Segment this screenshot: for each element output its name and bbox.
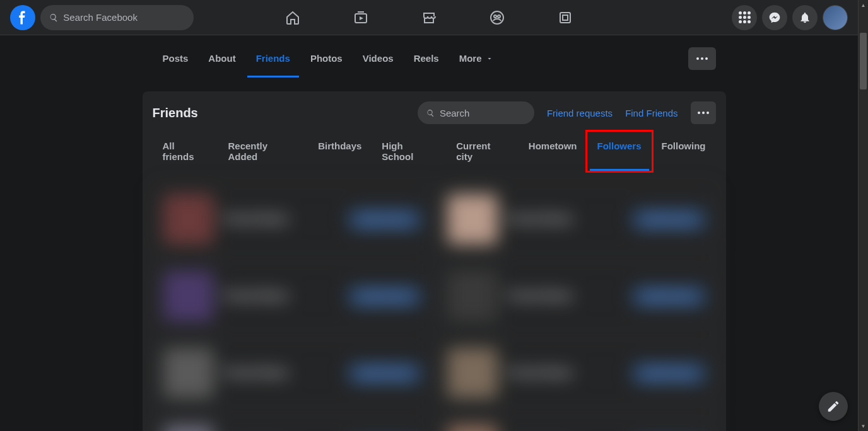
friend-name: Friend Name [508, 290, 622, 302]
grid-icon [739, 11, 751, 23]
compose-icon [826, 399, 840, 413]
friends-more-button[interactable] [691, 101, 716, 124]
tab-videos[interactable]: Videos [353, 40, 404, 78]
friend-avatar [447, 425, 498, 431]
filter-birthdays[interactable]: Birthdays [308, 132, 372, 171]
friend-item[interactable]: Friend Name Add Friend [153, 183, 432, 255]
svg-rect-7 [563, 15, 568, 20]
filter-following[interactable]: Following [652, 132, 716, 171]
marketplace-icon[interactable] [420, 9, 438, 26]
scrollbar-track[interactable] [859, 10, 868, 421]
search-icon [426, 108, 435, 118]
caret-down-icon [486, 55, 493, 62]
friend-name: Friend Name [508, 213, 622, 226]
tab-about[interactable]: About [198, 40, 245, 78]
svg-point-5 [498, 15, 500, 18]
page-content: Posts About Friends Photos Videos Reels … [0, 0, 868, 431]
tab-reels[interactable]: Reels [404, 40, 449, 78]
friends-card-header: Friends Friend requests Find Friends [143, 101, 726, 132]
notifications-button[interactable] [792, 5, 818, 30]
tab-photos[interactable]: Photos [300, 40, 353, 78]
friend-item[interactable]: Friend Name Add Friend [153, 414, 432, 431]
global-search[interactable] [40, 5, 194, 30]
friend-avatar [163, 271, 214, 321]
tab-more[interactable]: More [449, 40, 503, 78]
home-icon[interactable] [284, 9, 302, 26]
friends-grid: Friend Name Add Friend Friend Name Add F… [143, 171, 726, 431]
profile-actions-button[interactable] [688, 47, 716, 70]
friend-action-button[interactable]: Add Friend [348, 363, 421, 384]
watch-icon[interactable] [352, 9, 370, 26]
find-friends-link[interactable]: Find Friends [625, 108, 677, 118]
friend-name: Friend Name [224, 290, 338, 302]
friend-avatar [163, 425, 214, 431]
filter-current-city[interactable]: Current city [446, 132, 519, 171]
friend-requests-link[interactable]: Friend requests [547, 108, 613, 118]
friend-name: Friend Name [224, 213, 338, 226]
friend-item[interactable]: Friend Name Add Friend [437, 414, 716, 431]
account-avatar[interactable] [823, 5, 848, 30]
top-nav [284, 9, 574, 26]
friend-action-button[interactable]: Add Friend [632, 363, 705, 384]
global-search-input[interactable] [63, 12, 185, 23]
friend-action-button[interactable]: Add Friend [632, 209, 705, 230]
filter-recently-added[interactable]: Recently Added [218, 132, 308, 171]
search-icon [49, 13, 58, 23]
friend-avatar [163, 348, 214, 398]
messenger-button[interactable] [762, 5, 787, 30]
groups-icon[interactable] [488, 9, 506, 26]
friends-header-actions: Friend requests Find Friends [418, 101, 716, 124]
scrollbar-up-icon[interactable]: ▲ [859, 0, 868, 10]
filter-followers[interactable]: Followers [585, 130, 654, 173]
filter-high-school[interactable]: High School [372, 132, 446, 171]
friend-action-button[interactable]: Add Friend [348, 286, 421, 307]
facebook-logo[interactable] [10, 5, 35, 30]
top-right-controls [732, 5, 848, 30]
friend-avatar [447, 271, 498, 321]
friends-search-input[interactable] [440, 108, 525, 118]
topbar [0, 0, 858, 35]
os-scrollbar[interactable]: ▲ ▼ [858, 0, 868, 431]
svg-point-4 [494, 15, 496, 18]
friend-item[interactable]: Friend Name Add Friend [437, 337, 716, 409]
friend-item[interactable]: Friend Name Add Friend [437, 260, 716, 332]
friends-title: Friends [153, 106, 198, 120]
tab-posts[interactable]: Posts [153, 40, 199, 78]
friend-avatar [447, 348, 498, 398]
svg-point-3 [491, 11, 503, 24]
scrollbar-down-icon[interactable]: ▼ [859, 421, 868, 431]
friend-avatar [163, 194, 214, 244]
svg-rect-6 [560, 13, 570, 23]
dots-icon [696, 57, 708, 60]
profile-tabs: Posts About Friends Photos Videos Reels … [143, 35, 726, 81]
gaming-icon[interactable] [556, 9, 574, 26]
friend-item[interactable]: Friend Name Add Friend [153, 260, 432, 332]
friend-action-button[interactable]: Add Friend [632, 286, 705, 307]
filter-all-friends[interactable]: All friends [153, 132, 218, 171]
menu-button[interactable] [732, 5, 757, 30]
friend-item[interactable]: Friend Name Add Friend [153, 337, 432, 409]
friend-name: Friend Name [508, 367, 622, 379]
friends-search[interactable] [418, 101, 534, 124]
friends-card: Friends Friend requests Find Friends All… [143, 91, 726, 431]
tab-more-label: More [459, 53, 482, 64]
friend-action-button[interactable]: Add Friend [348, 209, 421, 230]
friend-item[interactable]: Friend Name Add Friend [437, 183, 716, 255]
friends-filter-tabs: All friends Recently Added Birthdays Hig… [143, 132, 726, 171]
scrollbar-thumb[interactable] [860, 33, 867, 89]
filter-hometown[interactable]: Hometown [519, 132, 587, 171]
friend-avatar [447, 194, 498, 244]
tab-friends[interactable]: Friends [246, 40, 300, 78]
friend-name: Friend Name [224, 367, 338, 379]
compose-button[interactable] [819, 392, 848, 421]
dots-icon [698, 112, 709, 114]
svg-marker-1 [360, 16, 363, 20]
